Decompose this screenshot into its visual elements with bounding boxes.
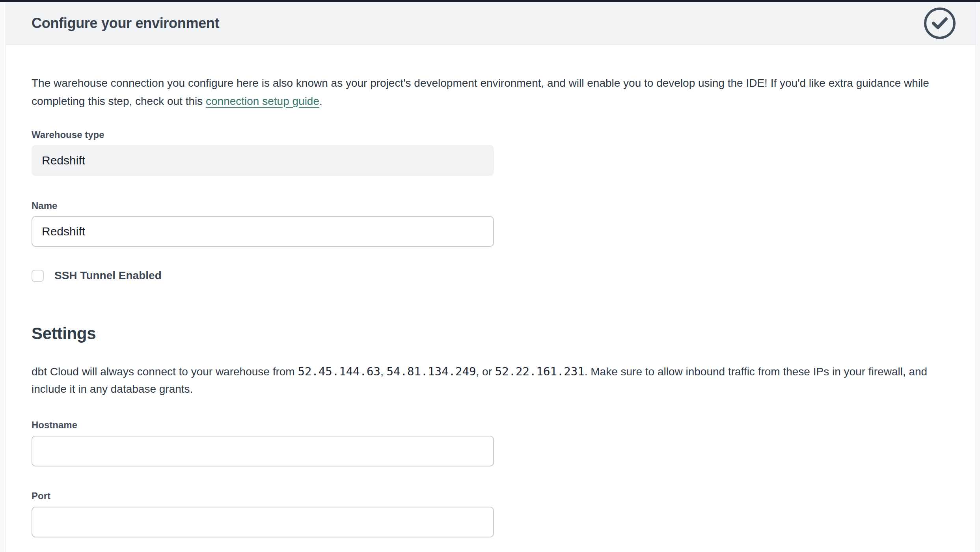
warehouse-type-label: Warehouse type [32,129,104,141]
hostname-input[interactable] [32,436,494,466]
ssh-tunnel-row: SSH Tunnel Enabled [32,269,162,282]
ip-address-2: 54.81.134.249 [387,365,476,378]
check-circle-icon[interactable] [924,7,956,39]
warehouse-type-field: Redshift [32,145,494,176]
ssh-tunnel-label: SSH Tunnel Enabled [54,269,162,282]
intro-text-before: The warehouse connection you configure h… [32,77,929,107]
port-input[interactable] [32,507,494,537]
port-label: Port [32,490,50,502]
scrollbar-track[interactable] [975,2,980,552]
ip-notice-paragraph: dbt Cloud will always connect to your wa… [32,363,950,398]
page-title: Configure your environment [32,15,219,32]
name-input[interactable] [32,216,494,247]
configure-environment-panel: Configure your environment The warehouse… [6,2,975,552]
hostname-label: Hostname [32,419,77,431]
panel-body: The warehouse connection you configure h… [6,45,975,537]
ip-separator-1: , [380,366,387,378]
connection-setup-guide-link[interactable]: connection setup guide [206,95,319,107]
ip-address-3: 52.22.161.231 [495,365,585,378]
ssh-tunnel-checkbox[interactable] [32,270,44,282]
intro-paragraph: The warehouse connection you configure h… [32,74,938,110]
name-label: Name [32,200,57,212]
ip-address-1: 52.45.144.63 [298,365,380,378]
panel-header[interactable]: Configure your environment [6,2,975,45]
settings-heading: Settings [32,323,96,344]
ip-notice-text-1: dbt Cloud will always connect to your wa… [32,366,298,378]
warehouse-type-value: Redshift [42,154,85,167]
window-top-bar [0,0,980,2]
intro-text-after: . [319,95,322,107]
ip-separator-2: , or [476,366,495,378]
page-left-gutter [0,2,6,552]
